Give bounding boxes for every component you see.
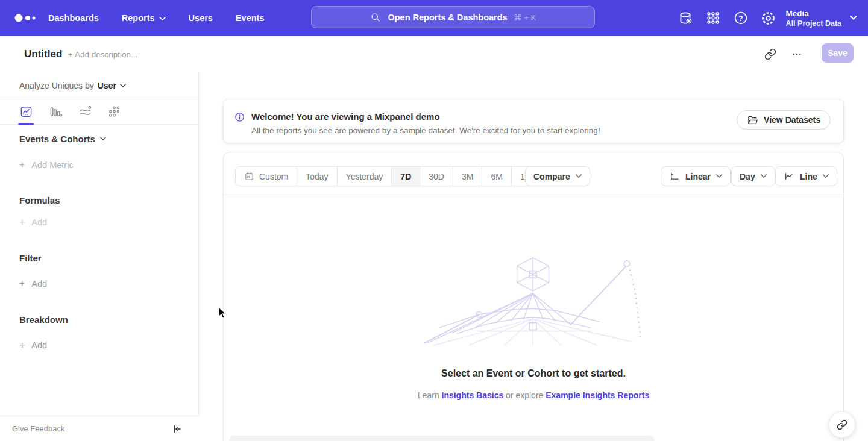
add-breakdown-button[interactable]: + Add: [0, 340, 199, 351]
empty-state-illustration: [421, 255, 647, 347]
report-title[interactable]: Untitled: [24, 48, 62, 60]
interval-dropdown[interactable]: Day: [731, 166, 775, 186]
analyze-value: User: [98, 81, 116, 90]
report-header-bar: Untitled + Add description...: [0, 36, 868, 72]
breakdown-label: Breakdown: [19, 314, 68, 325]
scale-label: Linear: [685, 172, 711, 181]
project-switcher[interactable]: Media All Project Data: [786, 9, 857, 28]
search-placeholder: Open Reports & Dashboards: [388, 13, 507, 22]
tab-flow[interactable]: [77, 100, 93, 124]
nav-reports[interactable]: Reports: [122, 13, 166, 23]
add-formula-label: Add: [31, 217, 47, 227]
range-30d[interactable]: 30D: [420, 167, 453, 186]
insights-basics-link[interactable]: Insights Basics: [442, 390, 504, 400]
help-icon[interactable]: ?: [727, 0, 755, 36]
range-yesterday-label: Yesterday: [346, 172, 383, 181]
sidebar-footer: Give Feedback: [0, 416, 199, 441]
add-formula-button[interactable]: + Add: [0, 217, 199, 228]
save-button[interactable]: Save: [822, 43, 854, 63]
formulas-header: Formulas: [0, 195, 199, 205]
main-content: Welcome! You are viewing a Mixpanel demo…: [199, 72, 868, 441]
events-cohorts-header[interactable]: Events & Cohorts: [0, 134, 199, 144]
chevron-down-icon: [576, 174, 582, 178]
more-options-button[interactable]: [787, 46, 807, 63]
compare-button[interactable]: Compare: [525, 166, 590, 186]
chevron-down-icon: [761, 174, 767, 178]
analyze-value-dropdown[interactable]: User: [98, 81, 126, 90]
search-icon: [370, 11, 382, 23]
primary-nav: Dashboards Reports Users Events: [48, 0, 264, 36]
report-description-placeholder[interactable]: + Add description...: [68, 50, 137, 59]
info-icon: [234, 112, 245, 122]
report-card: Custom Today Yesterday 7D 30D 3M 6M 12M …: [223, 152, 844, 441]
range-custom-label: Custom: [259, 172, 288, 181]
settings-gear-icon[interactable]: [755, 0, 782, 36]
add-breakdown-label: Add: [31, 340, 47, 350]
apps-grid-icon[interactable]: [699, 0, 727, 36]
nav-dashboards[interactable]: Dashboards: [48, 13, 99, 23]
example-reports-link[interactable]: Example Insights Reports: [546, 390, 649, 400]
tab-insights[interactable]: [18, 100, 34, 124]
project-name: Media: [786, 9, 841, 18]
chevron-down-icon: [159, 17, 166, 21]
events-cohorts-label: Events & Cohorts: [19, 134, 95, 144]
range-3m[interactable]: 3M: [453, 167, 482, 186]
nav-users[interactable]: Users: [189, 13, 213, 23]
link-icon: [837, 419, 848, 430]
add-filter-button[interactable]: + Add: [0, 278, 199, 289]
global-search-input[interactable]: Open Reports & Dashboards ⌘ + K: [311, 6, 595, 28]
tab-retention[interactable]: [107, 100, 122, 124]
flow-tab-icon: [78, 105, 92, 119]
add-metric-button[interactable]: + Add Metric: [0, 160, 199, 170]
chevron-down-icon: [850, 16, 857, 20]
filter-label: Filter: [19, 253, 42, 263]
mixpanel-logo-icon[interactable]: [13, 12, 40, 24]
chart-type-dropdown[interactable]: Line: [775, 166, 837, 186]
more-icon: [791, 49, 802, 60]
give-feedback-link[interactable]: Give Feedback: [12, 424, 64, 433]
nav-events-label: Events: [236, 13, 265, 23]
scale-dropdown[interactable]: Linear: [661, 166, 731, 186]
plus-icon: +: [19, 340, 25, 351]
date-range-control: Custom Today Yesterday 7D 30D 3M 6M 12M: [235, 166, 546, 186]
analyze-prefix: Analyze Uniques by: [19, 81, 94, 90]
range-3m-label: 3M: [462, 172, 473, 181]
top-navbar: Dashboards Reports Users Events Open Rep…: [0, 0, 868, 36]
nav-users-label: Users: [189, 13, 213, 23]
nav-reports-label: Reports: [122, 13, 155, 23]
range-yesterday[interactable]: Yesterday: [338, 167, 392, 186]
range-7d[interactable]: 7D: [392, 167, 420, 186]
data-management-icon[interactable]: [671, 0, 699, 36]
banner-subtitle: All the reports you see are powered by a…: [251, 126, 600, 135]
range-today-label: Today: [306, 172, 328, 181]
range-6m-label: 6M: [491, 172, 502, 181]
compare-label: Compare: [533, 172, 570, 181]
insights-tab-icon: [19, 105, 33, 119]
chart-type-label: Line: [800, 172, 817, 181]
folder-icon: [747, 115, 758, 125]
project-scope: All Project Data: [786, 19, 841, 28]
filter-header: Filter: [0, 253, 199, 263]
range-custom[interactable]: Custom: [236, 167, 297, 186]
collapse-sidebar-icon[interactable]: [171, 424, 182, 434]
nav-dashboards-label: Dashboards: [48, 13, 99, 23]
navbar-right: ? Media All Project Data: [671, 0, 868, 36]
view-datasets-button[interactable]: View Datasets: [737, 110, 831, 130]
svg-text:?: ?: [738, 14, 743, 23]
chevron-down-icon: [120, 84, 126, 88]
chart-type-icon: [784, 171, 794, 182]
range-today[interactable]: Today: [297, 167, 337, 186]
plus-icon: +: [19, 278, 25, 289]
learn-prefix: Learn: [418, 390, 439, 400]
share-link-fab[interactable]: [829, 411, 855, 438]
tab-bar-chart[interactable]: [48, 100, 63, 124]
bar-tab-icon: [49, 105, 63, 119]
chart-toolbar: Custom Today Yesterday 7D 30D 3M 6M 12M …: [224, 152, 843, 195]
range-6m[interactable]: 6M: [482, 167, 511, 186]
query-builder-sidebar: Analyze Uniques by User: [0, 72, 199, 441]
chevron-down-icon: [100, 137, 106, 141]
copy-link-button[interactable]: [760, 46, 781, 63]
results-panel-peek: [229, 436, 655, 441]
nav-events[interactable]: Events: [236, 13, 265, 23]
formulas-label: Formulas: [19, 195, 60, 205]
